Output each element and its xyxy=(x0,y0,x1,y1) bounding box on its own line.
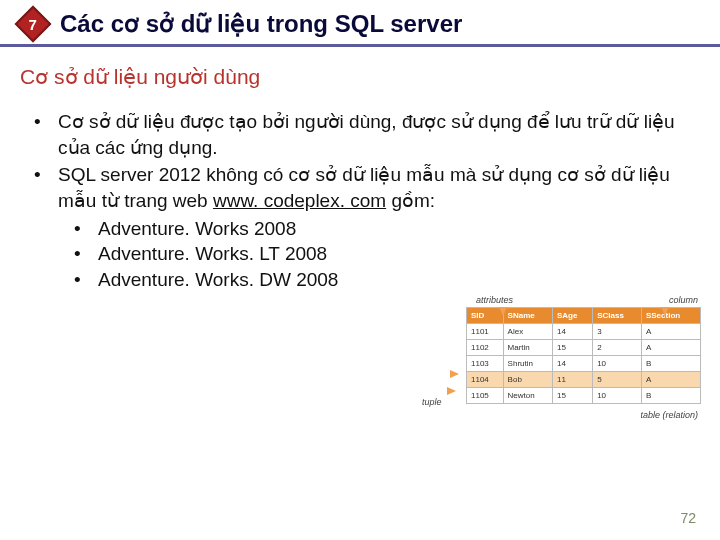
table-cell: 10 xyxy=(593,388,642,404)
table-cell: Shrutin xyxy=(503,356,552,372)
sub-bullet-text: Adventure. Works 2008 xyxy=(98,216,296,242)
table-cell: B xyxy=(641,356,700,372)
figure-top-labels: attributes column xyxy=(424,295,702,307)
column-label: column xyxy=(669,295,698,305)
table-cell: 5 xyxy=(593,372,642,388)
table-cell: A xyxy=(641,372,700,388)
table-cell: 11 xyxy=(552,372,592,388)
table-header-cell: SSection xyxy=(641,308,700,324)
page-number: 72 xyxy=(680,510,696,526)
table-cell: 3 xyxy=(593,324,642,340)
table-row: 1102Martin152A xyxy=(467,340,701,356)
relation-label: table (relation) xyxy=(640,410,698,420)
sub-bullet-item: • Adventure. Works 2008 xyxy=(74,216,686,242)
slide-subtitle: Cơ sở dữ liệu người dùng xyxy=(0,47,720,97)
table-cell: 2 xyxy=(593,340,642,356)
slide-title: Các cơ sở dữ liệu trong SQL server xyxy=(60,10,462,38)
bullet-dot: • xyxy=(34,162,58,213)
table-cell: 15 xyxy=(552,388,592,404)
table-header-cell: SAge xyxy=(552,308,592,324)
tuple-label: tuple xyxy=(422,397,442,407)
slide-header: 7 Các cơ sở dữ liệu trong SQL server xyxy=(0,0,720,47)
table-cell: A xyxy=(641,340,700,356)
table-cell: 1101 xyxy=(467,324,504,340)
table-cell: 1102 xyxy=(467,340,504,356)
table-header-cell: SName xyxy=(503,308,552,324)
table-row: 1104Bob115A xyxy=(467,372,701,388)
section-badge: 7 xyxy=(15,6,52,43)
bullet-text: Cơ sở dữ liệu được tạo bởi người dùng, đ… xyxy=(58,109,686,160)
sub-bullet-text: Adventure. Works. DW 2008 xyxy=(98,267,338,293)
db-table-figure: attributes column SIDSNameSAgeSClassSSec… xyxy=(424,295,702,404)
table-cell: Martin xyxy=(503,340,552,356)
table-cell: Newton xyxy=(503,388,552,404)
bullet-dot: • xyxy=(34,109,58,160)
badge-number: 7 xyxy=(29,16,37,33)
bullet-dot: • xyxy=(74,241,98,267)
table-cell: A xyxy=(641,324,700,340)
table-header-cell: SID xyxy=(467,308,504,324)
table-cell: 14 xyxy=(552,324,592,340)
table-header-cell: SClass xyxy=(593,308,642,324)
bullet-suffix: gồm: xyxy=(386,190,435,211)
slide-content: • Cơ sở dữ liệu được tạo bởi người dùng,… xyxy=(0,97,720,292)
sub-bullet-list: • Adventure. Works 2008 • Adventure. Wor… xyxy=(34,216,686,293)
codeplex-link[interactable]: www. codeplex. com xyxy=(213,190,386,211)
table-row: 1101Alex143A xyxy=(467,324,701,340)
bullet-text: SQL server 2012 không có cơ sở dữ liệu m… xyxy=(58,162,686,213)
arrow-right-icon xyxy=(447,387,456,395)
arrow-down-icon xyxy=(499,307,507,316)
table-row: 1103Shrutin1410B xyxy=(467,356,701,372)
arrow-right-icon xyxy=(450,370,459,378)
table-cell: Bob xyxy=(503,372,552,388)
table-cell: 1103 xyxy=(467,356,504,372)
table-cell: 14 xyxy=(552,356,592,372)
bullet-item: • SQL server 2012 không có cơ sở dữ liệu… xyxy=(34,162,686,213)
sub-bullet-text: Adventure. Works. LT 2008 xyxy=(98,241,327,267)
table-cell: 1105 xyxy=(467,388,504,404)
sub-bullet-item: • Adventure. Works. DW 2008 xyxy=(74,267,686,293)
table-cell: B xyxy=(641,388,700,404)
arrow-down-icon xyxy=(661,307,669,316)
table-row: 1105Newton1510B xyxy=(467,388,701,404)
table-cell: 1104 xyxy=(467,372,504,388)
table-cell: 15 xyxy=(552,340,592,356)
sub-bullet-item: • Adventure. Works. LT 2008 xyxy=(74,241,686,267)
bullet-dot: • xyxy=(74,267,98,293)
attributes-label: attributes xyxy=(476,295,513,305)
bullet-item: • Cơ sở dữ liệu được tạo bởi người dùng,… xyxy=(34,109,686,160)
bullet-dot: • xyxy=(74,216,98,242)
sample-db-table: SIDSNameSAgeSClassSSection 1101Alex143A1… xyxy=(466,307,701,404)
table-cell: Alex xyxy=(503,324,552,340)
table-cell: 10 xyxy=(593,356,642,372)
